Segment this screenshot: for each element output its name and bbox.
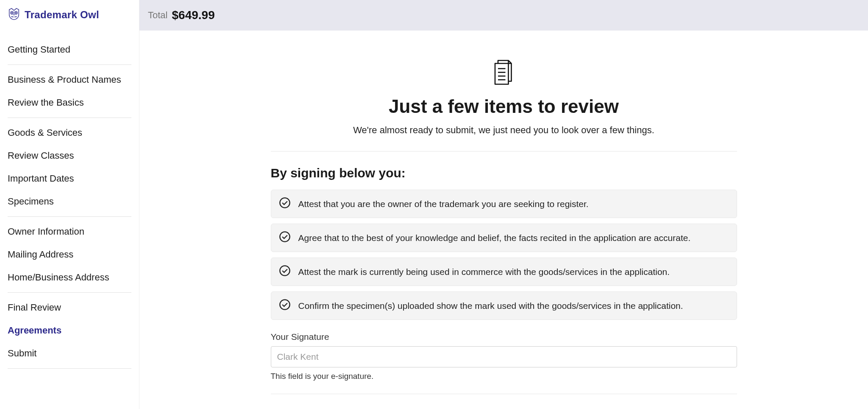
content-area: Just a few items to review We're almost … xyxy=(139,31,868,409)
sidebar-item[interactable]: Owner Information xyxy=(8,220,131,243)
attestation-text: Agree that to the best of your knowledge… xyxy=(298,233,691,243)
attestation-list: Attest that you are the owner of the tra… xyxy=(271,190,737,320)
sidebar-item[interactable]: Agreements xyxy=(8,319,131,342)
topbar: Total $649.99 xyxy=(139,0,868,31)
check-circle-icon xyxy=(279,231,291,245)
total-label: Total xyxy=(148,10,167,21)
signature-label: Your Signature xyxy=(271,332,737,342)
sidebar-nav: Getting StartedBusiness & Product NamesR… xyxy=(8,38,131,369)
documents-icon xyxy=(271,56,737,86)
sidebar-item[interactable]: Review the Basics xyxy=(8,91,131,114)
signature-help: This field is your e-signature. xyxy=(271,372,737,381)
svg-rect-4 xyxy=(495,64,509,84)
sidebar-item[interactable]: Goods & Services xyxy=(8,121,131,144)
sidebar-item[interactable]: Specimens xyxy=(8,190,131,213)
sidebar-item[interactable]: Submit xyxy=(8,342,131,365)
page-title: Just a few items to review xyxy=(271,96,737,117)
attestation-text: Attest that you are the owner of the tra… xyxy=(298,199,589,209)
svg-point-9 xyxy=(280,198,289,207)
sidebar-item[interactable]: Important Dates xyxy=(8,167,131,190)
signature-input[interactable] xyxy=(271,346,737,367)
section-title: By signing below you: xyxy=(271,166,737,180)
svg-point-2 xyxy=(11,12,12,13)
nav-group-separator xyxy=(8,64,131,65)
sidebar-item[interactable]: Mailing Address xyxy=(8,243,131,266)
divider xyxy=(271,394,737,394)
attestation-item: Attest that you are the owner of the tra… xyxy=(271,190,737,218)
svg-point-12 xyxy=(280,300,289,309)
main: Total $649.99 Just a few items to revi xyxy=(139,0,868,409)
brand-name: Trademark Owl xyxy=(25,9,99,21)
attestation-text: Attest the mark is currently being used … xyxy=(298,267,670,277)
total-amount: $649.99 xyxy=(172,8,214,22)
brand-logo: Trademark Owl xyxy=(7,8,132,22)
attestation-item: Attest the mark is currently being used … xyxy=(271,258,737,286)
sidebar-item[interactable]: Business & Product Names xyxy=(8,68,131,91)
check-circle-icon xyxy=(279,197,291,211)
check-circle-icon xyxy=(279,265,291,279)
sidebar-item[interactable]: Getting Started xyxy=(8,38,131,61)
owl-icon xyxy=(8,8,20,22)
sidebar-item[interactable]: Review Classes xyxy=(8,144,131,167)
svg-point-3 xyxy=(16,12,17,13)
check-circle-icon xyxy=(279,299,291,313)
attestation-text: Confirm the specimen(s) uploaded show th… xyxy=(298,301,683,311)
nav-group-separator xyxy=(8,118,131,118)
hero: Just a few items to review We're almost … xyxy=(271,56,737,136)
svg-point-11 xyxy=(280,266,289,275)
sidebar-item[interactable]: Final Review xyxy=(8,296,131,319)
sidebar-item[interactable]: Home/Business Address xyxy=(8,266,131,289)
nav-group-separator xyxy=(8,292,131,293)
nav-group-separator xyxy=(8,216,131,217)
sidebar: Trademark Owl Getting StartedBusiness & … xyxy=(0,0,139,409)
attestation-item: Agree that to the best of your knowledge… xyxy=(271,224,737,252)
attestation-item: Confirm the specimen(s) uploaded show th… xyxy=(271,291,737,320)
page-subtitle: We're almost ready to submit, we just ne… xyxy=(271,125,737,136)
svg-point-10 xyxy=(280,232,289,241)
nav-group-separator xyxy=(8,368,131,369)
divider xyxy=(271,151,737,151)
